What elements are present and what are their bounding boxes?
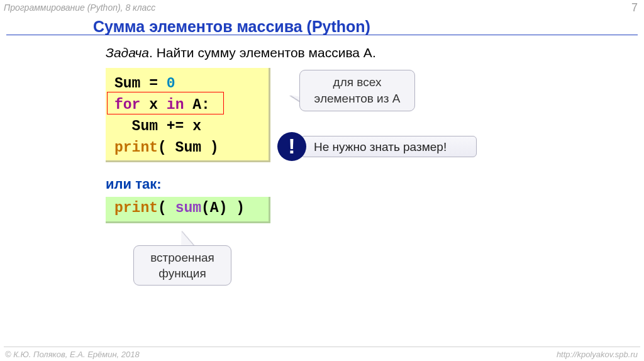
slide-title: Сумма элементов массива (Python) [93, 18, 370, 36]
code-token: Sum = [114, 75, 167, 92]
callout-builtin: встроенная функция [133, 245, 231, 286]
header-left: Программирование (Python), 8 класс [4, 3, 155, 13]
code-token: print [114, 140, 158, 156]
code-token: (A) ) [201, 200, 245, 216]
callout-for-all: для всех элементов из A [299, 70, 415, 111]
callout-line: встроенная [140, 250, 225, 265]
callout-line: функция [140, 265, 225, 281]
slide: Программирование (Python), 8 класс 7 Сум… [0, 0, 644, 361]
code-token: sum [175, 200, 201, 216]
code-block-main: Sum = 0 for x in A: Sum += x print( Sum … [106, 68, 270, 162]
code-token: in [167, 97, 184, 113]
code-token: for [114, 97, 140, 113]
code-block-alt: print( sum(A) ) [106, 197, 270, 223]
footer-right: http://kpolyakov.spb.ru [557, 350, 638, 359]
or-label: или так: [106, 176, 161, 192]
code-token: A: [184, 97, 209, 113]
callout-line: элементов из A [306, 91, 408, 107]
callout-no-size: Не нужно знать размер! [301, 136, 477, 157]
attention-icon: ! [277, 132, 306, 161]
task-text: Задача. Найти сумму элементов массива A. [106, 45, 376, 60]
code-line: Sum += x [114, 116, 262, 137]
title-rule [6, 35, 638, 35]
footer-left: © К.Ю. Поляков, Е.А. Ерёмин, 2018 [5, 350, 140, 359]
code-token: ( [158, 200, 175, 216]
footer-rule [4, 347, 640, 347]
code-token: x [140, 97, 166, 113]
page-number: 7 [631, 1, 638, 14]
code-token: ( Sum ) [158, 140, 219, 156]
task-body: . Найти сумму элементов массива A. [149, 45, 376, 60]
header-bar: Программирование (Python), 8 класс 7 [0, 0, 644, 18]
code-token: 0 [167, 75, 175, 92]
code-token: print [114, 200, 158, 216]
callout-line: для всех [306, 74, 408, 91]
task-label: Задача [106, 45, 149, 60]
